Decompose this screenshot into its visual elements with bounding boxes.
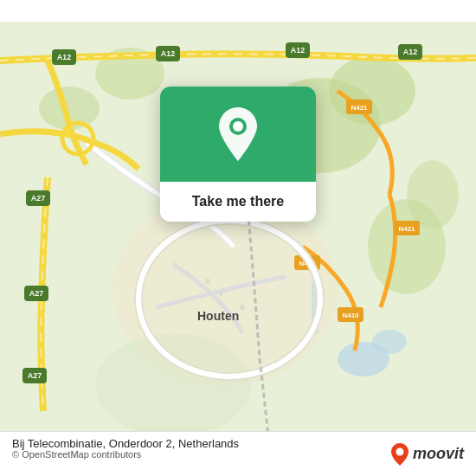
svg-text:A12: A12 <box>57 53 72 61</box>
svg-text:A12: A12 <box>291 46 306 55</box>
svg-point-38 <box>205 279 210 284</box>
svg-text:A27: A27 <box>29 289 44 298</box>
svg-point-7 <box>329 56 415 125</box>
take-me-there-button[interactable]: Take me there <box>160 182 316 222</box>
svg-point-11 <box>407 160 459 229</box>
location-info: Bij Telecombinatie, Onderdoor 2, Netherl… <box>12 437 239 450</box>
map-container: A12 A12 A12 A12 A27 A27 A27 N421 N421 N4… <box>0 0 476 476</box>
svg-text:A27: A27 <box>28 371 42 380</box>
moovit-text: moovit <box>413 445 464 463</box>
svg-point-2 <box>95 333 251 437</box>
osm-attribution: © OpenStreetMap contributors <box>12 449 141 460</box>
location-pin-icon <box>215 106 261 163</box>
bottom-bar: © OpenStreetMap contributors Bij Telecom… <box>0 431 476 476</box>
svg-text:A12: A12 <box>403 48 418 56</box>
svg-text:N410: N410 <box>342 312 359 319</box>
location-popup: Take me there <box>160 87 316 222</box>
svg-text:Houten: Houten <box>197 309 239 323</box>
bottom-left-section: © OpenStreetMap contributors <box>12 449 141 460</box>
svg-point-43 <box>396 447 403 455</box>
moovit-pin-icon <box>390 442 409 466</box>
svg-point-39 <box>219 293 222 296</box>
svg-point-4 <box>372 330 407 354</box>
popup-header <box>160 87 316 182</box>
svg-point-42 <box>233 121 243 132</box>
map-background: A12 A12 A12 A12 A27 A27 A27 N421 N421 N4… <box>0 0 476 476</box>
svg-text:A27: A27 <box>31 194 46 203</box>
svg-text:A12: A12 <box>161 49 176 58</box>
svg-text:N421: N421 <box>351 104 368 112</box>
svg-text:N421: N421 <box>398 225 415 233</box>
moovit-logo: moovit <box>390 442 464 466</box>
svg-point-40 <box>240 305 245 310</box>
location-label: Bij Telecombinatie, Onderdoor 2, Netherl… <box>12 437 239 450</box>
